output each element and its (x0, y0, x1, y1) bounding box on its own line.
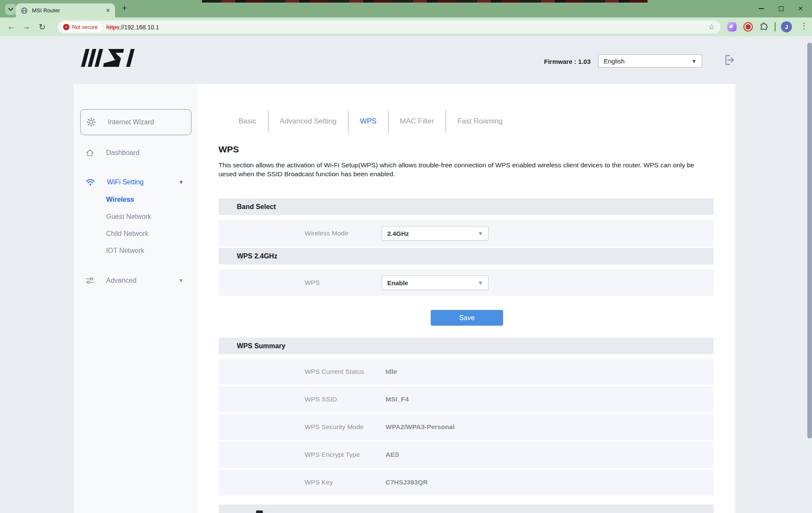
summary-value: WPA2/WPA3-Personal (386, 423, 455, 431)
back-button[interactable]: ← (6, 21, 17, 32)
sidebar-item-label: IOT Network (106, 247, 144, 255)
wireless-mode-value: 2.4GHz (387, 230, 409, 237)
msi-logo (81, 47, 139, 71)
reload-button[interactable]: ↻ (37, 21, 48, 32)
chevron-down-icon: ▼ (179, 278, 184, 284)
summary-value: AES (386, 451, 399, 459)
save-button[interactable]: Save (431, 310, 503, 326)
sidebar-item-label: Internet Wizard (108, 118, 154, 126)
sidebar-item-iot-network[interactable]: IOT Network (74, 243, 197, 258)
toolbar-divider (775, 22, 776, 32)
forward-button[interactable]: → (21, 21, 32, 32)
section-header-band-select: Band Select (219, 198, 714, 215)
wireless-mode-row: Wireless Mode 2.4GHz ▼ (219, 220, 714, 246)
summary-label: WPS Key (305, 479, 333, 486)
window-minimize-button[interactable] (752, 0, 771, 17)
chevron-down-icon: ▼ (179, 179, 184, 185)
section-header-wps-24ghz: WPS 2.4GHz (219, 248, 714, 264)
sidebar-item-guest-network[interactable]: Guest Network (74, 209, 197, 224)
tab-close-icon[interactable]: × (106, 7, 110, 14)
home-icon (86, 149, 94, 157)
select-caret-icon: ▼ (478, 280, 483, 286)
url-bar[interactable]: × Not secure https://192.168.10.1 ☆ (58, 20, 720, 34)
wps-label: WPS (305, 279, 320, 287)
section-header-label: Band Select (237, 203, 276, 211)
clipped-text-fragment (256, 510, 263, 513)
sidebar-item-advanced[interactable]: Advanced ▼ (74, 273, 197, 288)
wireless-mode-select[interactable]: 2.4GHz ▼ (382, 226, 489, 241)
url-scheme: https (106, 24, 119, 31)
browser-tab[interactable]: MSI Router × (16, 3, 115, 17)
summary-label: WPS SSID (305, 395, 337, 403)
browser-tab-strip: MSI Router × + × (0, 0, 812, 17)
browser-menu-icon[interactable]: ⋮ (800, 21, 808, 31)
sidebar-item-wireless[interactable]: Wireless (74, 192, 197, 207)
logout-button[interactable] (723, 54, 736, 68)
section-header-label: WPS Summary (237, 342, 285, 350)
sidebar-item-label: Wireless (106, 196, 134, 203)
section-header-partial (219, 504, 714, 513)
summary-value: Idle (386, 368, 397, 375)
tab-wps[interactable]: WPS (348, 117, 388, 126)
sliders-icon (86, 277, 94, 284)
summary-label: WPS Security Mode (305, 423, 364, 431)
wps-enable-select[interactable]: Enable ▼ (382, 275, 489, 290)
gear-icon (86, 118, 96, 127)
tab-fast-roaming[interactable]: Fast Roaming (446, 117, 514, 126)
summary-label: WPS Current Status (305, 368, 364, 375)
tab-search-button[interactable] (5, 4, 16, 15)
window-close-button[interactable]: × (791, 0, 810, 17)
logout-icon (723, 54, 736, 66)
sidebar-item-label: Dashboard (106, 149, 139, 157)
summary-row-key: WPS Key C7HSJ393QR (219, 469, 714, 496)
not-secure-badge[interactable]: × Not secure (60, 22, 102, 32)
summary-value: C7HSJ393QR (386, 479, 428, 486)
sidebar-item-label: Guest Network (106, 213, 151, 221)
extension-icon[interactable] (727, 22, 737, 32)
globe-favicon-icon (21, 7, 28, 14)
main-card: Internet Wizard Dashboard WiFi Setting ▼… (74, 84, 735, 513)
window-maximize-button[interactable] (772, 0, 790, 17)
page-description: This section allows the activation of Wi… (219, 160, 714, 178)
tab-mac-filter[interactable]: MAC Filter (389, 117, 446, 126)
url-host: ://192.168.10.1 (119, 24, 159, 31)
section-header-wps-summary: WPS Summary (219, 338, 714, 354)
summary-row-encrypt-type: WPS Encrypt Type AES (219, 441, 714, 468)
browser-toolbar: ← → ↻ × Not secure https://192.168.10.1 … (0, 17, 812, 36)
url-text: https://192.168.10.1 (106, 24, 159, 31)
summary-row-security-mode: WPS Security Mode WPA2/WPA3-Personal (219, 414, 714, 440)
select-caret-icon: ▼ (478, 230, 483, 237)
record-extension-icon[interactable] (743, 22, 753, 32)
wireless-mode-label: Wireless Mode (305, 229, 348, 237)
section-header-label: WPS 2.4GHz (237, 252, 277, 260)
summary-row-ssid: WPS SSID MSI_F4 (219, 386, 714, 413)
sidebar-item-internet-wizard[interactable]: Internet Wizard (80, 109, 192, 135)
language-selected-value: English (604, 57, 625, 65)
sidebar: Internet Wizard Dashboard WiFi Setting ▼… (74, 84, 197, 513)
sidebar-item-label: Advanced (106, 277, 136, 284)
new-tab-button[interactable]: + (122, 3, 127, 13)
sidebar-item-dashboard[interactable]: Dashboard (74, 145, 197, 160)
firmware-version-label: Firmware : 1.03 (544, 58, 590, 65)
profile-avatar[interactable]: J (781, 21, 792, 32)
settings-tabs: Basic Advanced Setting WPS MAC Filter Fa… (227, 110, 514, 133)
page-title: WPS (219, 144, 239, 155)
page-scrollbar[interactable] (807, 43, 812, 438)
wifi-icon (86, 178, 95, 186)
bookmark-star-icon[interactable]: ☆ (708, 23, 715, 32)
sidebar-item-label: Child Network (106, 230, 149, 238)
language-select[interactable]: English ▼ (598, 54, 702, 68)
tab-title: MSI Router (32, 7, 60, 14)
tab-basic[interactable]: Basic (227, 117, 268, 126)
not-secure-icon: × (63, 24, 69, 30)
summary-row-current-status: WPS Current Status Idle (219, 358, 714, 385)
tab-advanced-setting[interactable]: Advanced Setting (268, 117, 348, 126)
wps-enable-value: Enable (387, 279, 408, 287)
summary-label: WPS Encrypt Type (305, 451, 360, 459)
extensions-puzzle-icon[interactable] (760, 23, 768, 31)
background-window-sliver (202, 0, 648, 3)
chevron-down-icon (8, 8, 13, 11)
sidebar-item-child-network[interactable]: Child Network (74, 226, 197, 241)
sidebar-item-wifi-setting[interactable]: WiFi Setting ▼ (74, 175, 197, 190)
language-caret-icon: ▼ (691, 58, 697, 64)
